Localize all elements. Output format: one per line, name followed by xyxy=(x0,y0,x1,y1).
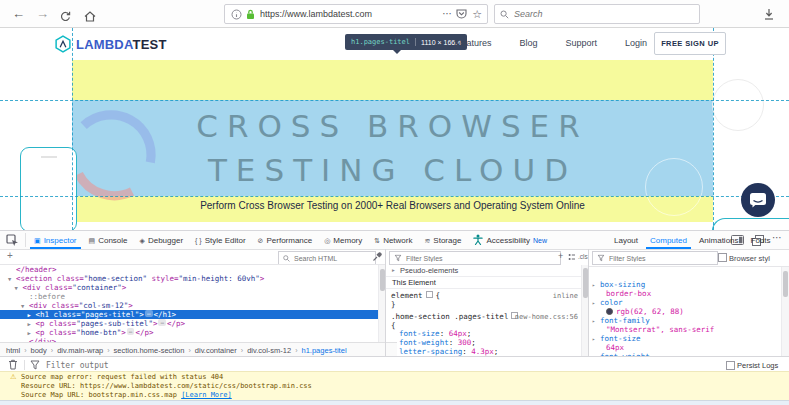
window-bottom-edge xyxy=(0,400,789,405)
download-icon[interactable] xyxy=(763,7,775,25)
search-html-input[interactable] xyxy=(294,255,372,262)
tooltip-selector: h1.pages-titel xyxy=(351,38,410,46)
nav-item-features[interactable]: Features xyxy=(456,38,492,48)
nav-item-blog[interactable]: Blog xyxy=(520,38,538,48)
back-icon[interactable]: ← xyxy=(12,0,25,27)
eyedropper-icon[interactable] xyxy=(372,252,382,264)
debugger-icon: ◈ xyxy=(140,237,145,244)
breadcrumb-item[interactable]: div.col-sm-12 xyxy=(247,346,291,355)
forward-icon[interactable]: → xyxy=(36,0,49,27)
reload-icon[interactable] xyxy=(60,8,71,26)
browser-styles-label: Browser styl xyxy=(729,254,770,263)
search-html-icon xyxy=(283,254,290,261)
filter-funnel-icon xyxy=(598,255,605,262)
css-declaration[interactable]: letter-spacing: 4.3px; xyxy=(399,347,579,356)
css-declaration[interactable]: font-size: 64px; xyxy=(399,329,579,338)
pseudo-class-icon[interactable] xyxy=(568,253,576,263)
tab-storage[interactable]: ≋Storage xyxy=(418,231,467,249)
markup-line[interactable]: ::before xyxy=(0,292,378,301)
site-nav: FeaturesBlogSupportLogin xyxy=(456,28,647,58)
markup-line[interactable]: ▼<div class="col-sm-12"> xyxy=(0,301,378,310)
site-info-icon[interactable] xyxy=(231,9,242,20)
breadcrumb-item[interactable]: div.container xyxy=(195,346,237,355)
markup-line[interactable]: ▼<div class="container"> xyxy=(0,283,378,292)
breadcrumb-item[interactable]: div.main-wrap xyxy=(57,346,103,355)
element-rule-close: } xyxy=(391,300,396,309)
add-class-button[interactable]: .cls xyxy=(578,253,588,260)
computed-property[interactable]: ▸color xyxy=(592,298,780,307)
home-icon[interactable] xyxy=(84,8,96,26)
url-bar[interactable]: ⋯ ☆ xyxy=(224,4,488,24)
computed-property[interactable]: ▸box-sizing xyxy=(592,280,780,289)
logo-text: LAMBDATEST xyxy=(76,37,167,52)
computed-property[interactable]: ▸font-size xyxy=(592,334,780,343)
nav-item-login[interactable]: Login xyxy=(625,38,647,48)
tab-console[interactable]: ▤Console xyxy=(83,231,134,249)
markup-line[interactable]: ▶<p class="pages-sub-titel">⋯</p> xyxy=(0,319,378,328)
browser-search-input[interactable] xyxy=(514,9,699,19)
markup-line[interactable]: ▶<p class="home-btn">⋯</p> xyxy=(0,328,378,337)
breadcrumb-item[interactable]: h1.pages-titel xyxy=(302,346,347,355)
page-viewport: LAMBDATEST h1.pages-titel 1110 × 166.4 F… xyxy=(0,28,789,230)
browser-styles-checkbox[interactable] xyxy=(718,253,727,262)
tab-memory[interactable]: ◎Memory xyxy=(318,231,368,249)
expand-arrow-icon[interactable]: ▸ xyxy=(592,299,600,308)
warning-icon: ⚠ xyxy=(10,373,16,381)
tab-style-editor[interactable]: { }Style Editor xyxy=(189,231,252,249)
warning-line: Source map error: request failed with st… xyxy=(21,373,223,382)
tab-accessibility[interactable]: AccessibilityNew xyxy=(467,231,553,249)
sidebar-tab-layout[interactable]: Layout xyxy=(608,231,644,249)
free-signup-button[interactable]: FREE SIGN UP xyxy=(654,32,726,55)
sidebar-tab-computed[interactable]: Computed xyxy=(644,231,693,249)
persist-logs-checkbox[interactable] xyxy=(726,361,735,370)
computed-filter-input[interactable] xyxy=(609,255,714,262)
bookmark-star-icon[interactable]: ☆ xyxy=(472,5,482,23)
browser-toolbar: ← → ⋯ ☆ xyxy=(0,0,789,28)
search-bar[interactable] xyxy=(494,4,700,24)
search-html-box[interactable] xyxy=(278,251,376,265)
tab-network[interactable]: ⇅Network xyxy=(368,231,418,249)
learn-more-link[interactable]: [Learn More] xyxy=(181,391,232,399)
computed-property[interactable]: ▸font-family xyxy=(592,316,780,325)
add-rule-button[interactable]: + xyxy=(558,251,563,261)
screenshot-root: ← → ⋯ ☆ xyxy=(0,0,789,405)
devtools-tabs: ▣Inspector▤Console◈Debugger{ }Style Edit… xyxy=(28,231,553,249)
page-actions-icon[interactable]: ⋯ xyxy=(442,5,452,23)
site-logo[interactable]: LAMBDATEST xyxy=(55,35,167,53)
markup-line[interactable]: ▶<h1 class="pages-titel">⋯</h1> xyxy=(0,310,378,319)
sidebar-tabs: LayoutComputedAnimationsFonts xyxy=(608,231,777,249)
expand-arrow-icon[interactable]: ▸ xyxy=(592,317,600,326)
css-declaration[interactable]: font-weight: 300; xyxy=(399,338,579,347)
filter-styles-box[interactable] xyxy=(389,251,561,265)
sidebar-tab-fonts[interactable]: Fonts xyxy=(745,231,777,249)
nav-item-support[interactable]: Support xyxy=(566,38,598,48)
tab-inspector[interactable]: ▣Inspector xyxy=(28,231,83,249)
storage-icon: ≋ xyxy=(424,237,430,244)
chat-widget-button[interactable] xyxy=(740,182,776,222)
filter-styles-input[interactable] xyxy=(406,255,557,262)
expand-arrow-icon[interactable]: ▸ xyxy=(592,335,600,344)
sidebar-tab-animations[interactable]: Animations xyxy=(693,231,745,249)
markup-line[interactable]: </header> xyxy=(0,265,378,274)
breadcrumb-item[interactable]: body xyxy=(31,346,47,355)
chat-bubble-icon xyxy=(740,182,776,218)
pocket-icon[interactable] xyxy=(456,9,467,19)
url-input[interactable] xyxy=(260,9,438,19)
expand-arrow-icon[interactable]: ▸ xyxy=(592,281,600,290)
tab-performance[interactable]: ⊘Performance xyxy=(252,231,319,249)
markup-line[interactable]: ▼<section class="home-section" style="mi… xyxy=(0,274,378,283)
lock-icon[interactable] xyxy=(246,9,255,20)
computed-value: border-box xyxy=(592,289,780,298)
breadcrumb-separator-icon: › xyxy=(24,347,26,354)
rule-location-link[interactable]: new-home.css:56 xyxy=(500,313,578,321)
add-node-button[interactable]: + xyxy=(7,251,13,261)
computed-filter-box[interactable] xyxy=(592,251,718,265)
element-picker-icon[interactable] xyxy=(6,234,19,249)
element-tooltip: h1.pages-titel 1110 × 166.4 xyxy=(345,34,467,58)
markup-tree: </header>▼<section class="home-section" … xyxy=(0,265,378,342)
tab-debugger[interactable]: ◈Debugger xyxy=(134,231,190,249)
selector-highlight-toggle[interactable] xyxy=(426,291,433,298)
computed-scrollbar[interactable] xyxy=(781,267,789,356)
breadcrumb-item[interactable]: section.home-section xyxy=(114,346,185,355)
breadcrumb-item[interactable]: html xyxy=(6,346,20,355)
